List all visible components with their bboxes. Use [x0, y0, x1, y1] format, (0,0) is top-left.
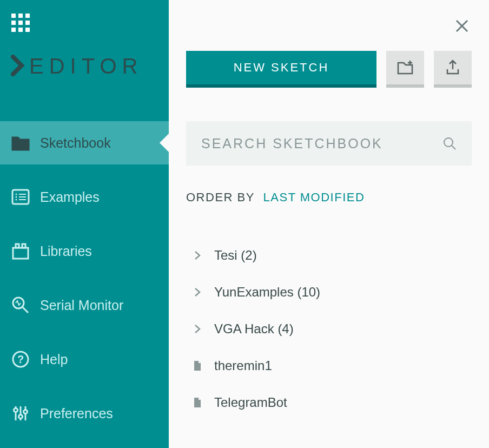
svg-rect-1 [18, 14, 23, 18]
sidebar: EDITOR Sketchbook Examples [0, 0, 169, 448]
sidebar-item-label: Libraries [40, 243, 92, 259]
svg-rect-17 [16, 244, 19, 248]
search-input[interactable] [201, 136, 442, 151]
chevron-right-icon [191, 249, 203, 261]
sidebar-nav: Sketchbook Examples Libraries [0, 121, 169, 446]
svg-point-31 [444, 138, 453, 147]
svg-rect-8 [25, 28, 30, 32]
sidebar-item-serial-monitor[interactable]: Serial Monitor [0, 284, 169, 327]
svg-rect-18 [22, 244, 25, 248]
sidebar-item-label: Serial Monitor [40, 298, 123, 313]
sidebar-item-label: Sketchbook [40, 135, 111, 151]
svg-point-10 [16, 194, 17, 195]
order-by-value[interactable]: LAST MODIFIED [263, 190, 365, 204]
file-icon [191, 397, 203, 409]
list-item[interactable]: VGA Hack (4) [186, 311, 472, 347]
sidebar-item-help[interactable]: ? Help [0, 338, 169, 381]
list-item[interactable]: YunExamples (10) [186, 274, 472, 311]
list-item-label: TelegramBot [214, 395, 287, 410]
svg-rect-4 [18, 21, 23, 25]
action-bar: NEW SKETCH [186, 51, 472, 88]
close-button[interactable] [454, 18, 470, 34]
list-item-label: Tesi (2) [214, 248, 257, 263]
apps-grid-icon[interactable] [11, 13, 30, 32]
list-item[interactable]: Tesi (2) [186, 237, 472, 274]
search-box [186, 121, 472, 166]
svg-rect-0 [11, 14, 16, 18]
chevron-right-icon [11, 55, 26, 78]
svg-point-26 [14, 409, 18, 412]
order-by-label: ORDER BY [186, 190, 255, 204]
sliders-icon [11, 404, 30, 423]
svg-rect-5 [25, 21, 30, 25]
svg-line-20 [23, 307, 28, 313]
svg-line-32 [452, 146, 455, 149]
sidebar-item-label: Help [40, 352, 68, 367]
sidebar-item-sketchbook[interactable]: Sketchbook [0, 121, 169, 164]
folder-plus-icon [395, 57, 415, 78]
list-item[interactable]: theremin1 [186, 347, 472, 384]
order-by-row: ORDER BY LAST MODIFIED [186, 190, 472, 205]
svg-point-27 [19, 415, 23, 419]
svg-rect-7 [18, 28, 23, 32]
svg-rect-3 [11, 21, 16, 25]
svg-point-28 [24, 410, 28, 414]
chevron-right-icon [191, 323, 203, 335]
svg-rect-6 [11, 28, 16, 32]
svg-rect-16 [13, 248, 28, 259]
sidebar-item-label: Examples [40, 189, 100, 205]
folder-icon [11, 133, 30, 153]
editor-title-text: EDITOR [29, 54, 143, 78]
list-item-label: YunExamples (10) [214, 285, 320, 300]
new-sketch-button[interactable]: NEW SKETCH [186, 51, 376, 88]
sidebar-item-label: Preferences [40, 406, 113, 421]
search-icon [442, 136, 457, 150]
chevron-right-icon [191, 286, 203, 298]
new-folder-button[interactable] [386, 51, 424, 88]
sidebar-item-libraries[interactable]: Libraries [0, 229, 169, 273]
list-item-label: theremin1 [214, 358, 272, 373]
svg-point-12 [16, 196, 17, 198]
sidebar-item-examples[interactable]: Examples [0, 175, 169, 219]
editor-title: EDITOR [11, 54, 143, 78]
magnifier-signal-icon [11, 295, 30, 315]
svg-text:?: ? [17, 353, 24, 365]
list-item-label: VGA Hack (4) [214, 321, 294, 337]
upload-icon [443, 57, 462, 78]
list-icon [11, 187, 30, 207]
help-icon: ? [11, 350, 30, 369]
sidebar-item-preferences[interactable]: Preferences [0, 392, 169, 435]
sketchbook-list: Tesi (2) YunExamples (10) VGA Hack (4) t… [186, 237, 472, 421]
svg-rect-2 [25, 14, 30, 18]
svg-point-14 [16, 199, 17, 201]
file-icon [191, 360, 203, 372]
list-item[interactable]: TelegramBot [186, 384, 472, 421]
libraries-icon [11, 241, 30, 261]
upload-button[interactable] [434, 51, 472, 88]
main-panel: NEW SKETCH ORDER BY [169, 0, 489, 448]
